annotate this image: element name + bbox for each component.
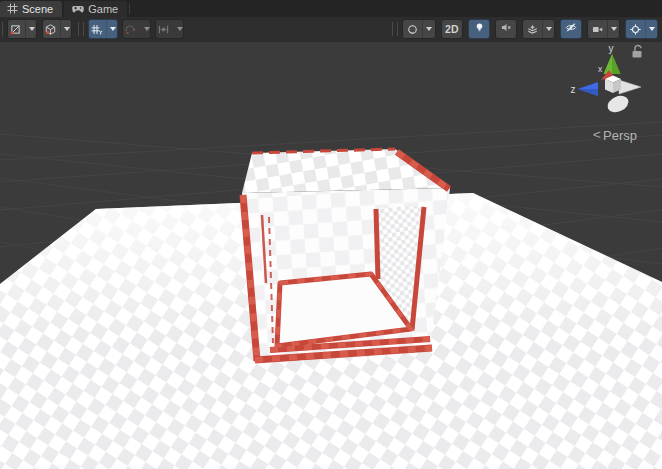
- view-options-buttons: 2D: [391, 19, 658, 39]
- draw-mode-button[interactable]: [402, 19, 436, 39]
- snap-increment-button[interactable]: [155, 19, 184, 39]
- tab-scene-label: Scene: [22, 3, 53, 15]
- tab-scene[interactable]: Scene: [0, 1, 62, 17]
- projection-toggle[interactable]: < Persp: [593, 127, 637, 143]
- axis-orientation-gizmo: y x z: [571, 43, 642, 115]
- pivot-rect-icon: [6, 20, 25, 38]
- scene-lighting-button[interactable]: [468, 19, 490, 39]
- projection-label: Persp: [603, 128, 637, 143]
- axis-label-y: y: [609, 43, 614, 54]
- audio-mute-button[interactable]: [495, 19, 517, 39]
- camera-settings-button[interactable]: [587, 19, 620, 39]
- grid-axis-icon: [87, 20, 106, 38]
- effects-layers-icon: [523, 20, 542, 38]
- scene-render: y x z: [0, 42, 662, 469]
- axis-cone-negative-z[interactable]: [619, 80, 641, 94]
- magnet-icon: [121, 20, 140, 38]
- overlay-drag-handle[interactable]: [392, 22, 398, 36]
- mode-2d-label: 2D: [441, 23, 463, 35]
- axis-label-x: x: [598, 64, 603, 74]
- axis-label-z: z: [571, 84, 576, 95]
- orientation-dropdown-arrow-icon[interactable]: [60, 20, 73, 38]
- scene-grid-icon: [7, 3, 18, 16]
- tab-separator: [129, 4, 130, 14]
- grid-snap-buttons: [88, 19, 184, 39]
- projection-arrow-icon: <: [593, 128, 601, 142]
- camera-icon: [588, 20, 607, 38]
- effects-button[interactable]: [522, 19, 555, 39]
- grid-visibility-button[interactable]: [88, 19, 118, 39]
- scene-visibility-button[interactable]: [560, 19, 582, 39]
- lightbulb-icon: [473, 20, 486, 38]
- grid-snapping-button[interactable]: [122, 19, 151, 39]
- window-tab-bar: Scene Game: [0, 0, 662, 17]
- selected-checkered-cube[interactable]: [242, 149, 450, 362]
- pivot-dropdown-arrow-icon[interactable]: [25, 20, 38, 38]
- gizmo-center-cube[interactable]: [605, 76, 621, 94]
- padlock-open-icon[interactable]: [633, 45, 642, 57]
- audio-muted-icon: [499, 20, 513, 38]
- orientation-toggle-button[interactable]: [42, 19, 72, 39]
- move-snap-icon: [154, 20, 173, 38]
- eye-hidden-icon: [564, 20, 578, 38]
- snapping-dropdown-arrow-icon[interactable]: [140, 20, 153, 38]
- camera-dropdown-arrow-icon[interactable]: [607, 20, 620, 38]
- gizmo-crosshair-icon: [626, 20, 645, 38]
- gamepad-icon: [71, 3, 84, 16]
- gizmos-toggle-button[interactable]: [625, 19, 658, 39]
- increment-dropdown-arrow-icon[interactable]: [173, 20, 186, 38]
- mode-2d-button[interactable]: 2D: [441, 19, 463, 39]
- overlay-drag-handle[interactable]: [78, 22, 84, 36]
- axis-cone-negative-y[interactable]: [605, 93, 631, 116]
- grid-dropdown-arrow-icon[interactable]: [106, 20, 119, 38]
- effects-dropdown-arrow-icon[interactable]: [542, 20, 555, 38]
- tab-game[interactable]: Game: [64, 1, 127, 17]
- axis-cone-z-shade: [578, 89, 598, 96]
- scene-toolbar: 2D: [0, 17, 662, 43]
- tab-game-label: Game: [88, 3, 118, 15]
- axis-cone-y-shade: [612, 54, 621, 74]
- draw-mode-dropdown-arrow-icon[interactable]: [422, 20, 435, 38]
- scene-viewport[interactable]: y x z < Persp: [0, 42, 662, 469]
- gizmos-dropdown-arrow-icon[interactable]: [645, 20, 658, 38]
- grid-snap-overlay: [77, 19, 85, 39]
- orientation-cube-icon: [41, 20, 60, 38]
- tool-settings-buttons: [7, 19, 72, 39]
- pivot-toggle-button[interactable]: [7, 19, 37, 39]
- shaded-sphere-icon: [403, 20, 422, 38]
